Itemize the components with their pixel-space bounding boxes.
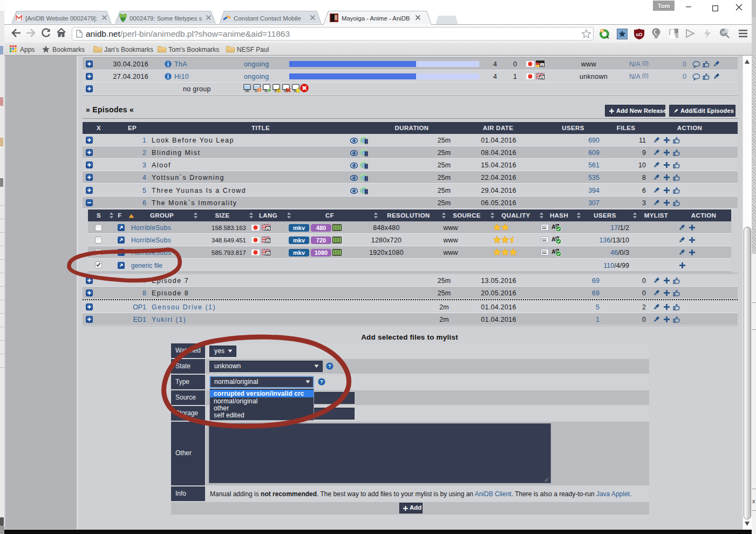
svg-text:uO: uO [636,32,643,37]
svg-text:i: i [689,32,690,37]
